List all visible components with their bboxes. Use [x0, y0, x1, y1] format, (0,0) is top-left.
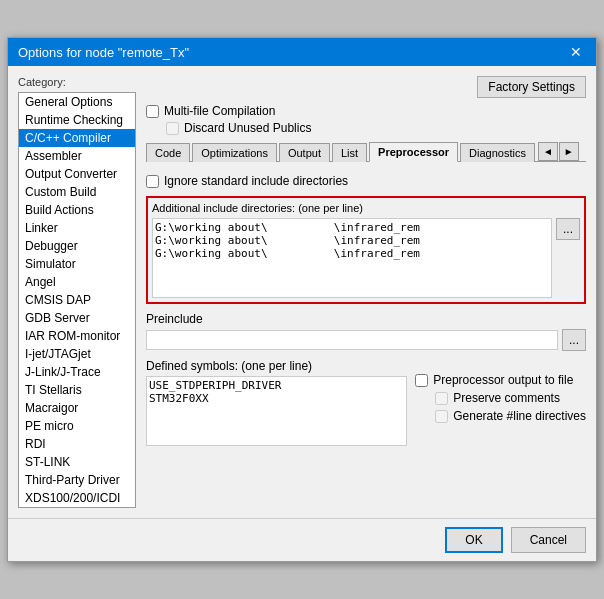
sidebar-item[interactable]: Simulator	[19, 255, 135, 273]
close-button[interactable]: ✕	[566, 44, 586, 60]
sidebar-item[interactable]: XDS100/200/ICDI	[19, 489, 135, 507]
sidebar-item[interactable]: Third-Party Driver	[19, 471, 135, 489]
preinclude-dots-button[interactable]: ...	[562, 329, 586, 351]
preserve-comments-checkbox[interactable]: Preserve comments	[435, 391, 586, 405]
panel-content: Ignore standard include directories Addi…	[146, 168, 586, 446]
sidebar-item[interactable]: Debugger	[19, 237, 135, 255]
factory-settings-button[interactable]: Factory Settings	[477, 76, 586, 98]
sidebar-item[interactable]: C/C++ Compiler	[19, 129, 135, 147]
defined-symbols-textarea[interactable]	[146, 376, 407, 446]
tabs-container: CodeOptimizationsOutputListPreprocessorD…	[146, 141, 586, 162]
cancel-button[interactable]: Cancel	[511, 527, 586, 553]
sidebar-item[interactable]: Output Converter	[19, 165, 135, 183]
discard-unused-checkbox[interactable]: Discard Unused Publics	[166, 121, 586, 135]
dirs-row: ...	[152, 218, 580, 298]
tab-output[interactable]: Output	[279, 143, 330, 162]
preinclude-section: Preinclude ...	[146, 312, 586, 351]
defined-symbols-right: Preprocessor output to file Preserve com…	[415, 359, 586, 446]
defined-symbols-label: Defined symbols: (one per line)	[146, 359, 407, 373]
sidebar-item[interactable]: Angel	[19, 273, 135, 291]
sidebar-item[interactable]: J-Link/J-Trace	[19, 363, 135, 381]
sidebar-item[interactable]: I-jet/JTAGjet	[19, 345, 135, 363]
tab-diagnostics[interactable]: Diagnostics	[460, 143, 535, 162]
defined-symbols-section: Defined symbols: (one per line) Preproce…	[146, 359, 586, 446]
tab-preprocessor[interactable]: Preprocessor	[369, 142, 458, 162]
dialog-body: Category: General OptionsRuntime Checkin…	[8, 66, 596, 518]
top-row: Factory Settings	[146, 76, 586, 98]
tab-optimizations[interactable]: Optimizations	[192, 143, 277, 162]
category-label: Category:	[18, 76, 136, 88]
tab-prev-button[interactable]: ◄	[538, 142, 558, 161]
sidebar-list: General OptionsRuntime CheckingC/C++ Com…	[18, 92, 136, 508]
check-group: Preprocessor output to file Preserve com…	[415, 373, 586, 423]
tab-code[interactable]: Code	[146, 143, 190, 162]
sidebar-item[interactable]: CMSIS DAP	[19, 291, 135, 309]
sidebar-item[interactable]: IAR ROM-monitor	[19, 327, 135, 345]
sidebar: Category: General OptionsRuntime Checkin…	[18, 76, 136, 508]
sidebar-item[interactable]: Assembler	[19, 147, 135, 165]
tab-list[interactable]: List	[332, 143, 367, 162]
sidebar-item[interactable]: TI Stellaris	[19, 381, 135, 399]
sidebar-item[interactable]: Build Actions	[19, 201, 135, 219]
sidebar-item[interactable]: RDI	[19, 435, 135, 453]
tab-next-button[interactable]: ►	[559, 142, 579, 161]
sidebar-item[interactable]: Custom Build	[19, 183, 135, 201]
top-checkboxes: Multi-file Compilation Discard Unused Pu…	[146, 104, 586, 135]
dirs-dots-button[interactable]: ...	[556, 218, 580, 240]
generate-directives-checkbox[interactable]: Generate #line directives	[435, 409, 586, 423]
sidebar-item[interactable]: General Options	[19, 93, 135, 111]
preinclude-row: ...	[146, 329, 586, 351]
sidebar-item[interactable]: Runtime Checking	[19, 111, 135, 129]
title-bar: Options for node "remote_Tx" ✕	[8, 38, 596, 66]
sidebar-item[interactable]: GDB Server	[19, 309, 135, 327]
sidebar-item[interactable]: ST-LINK	[19, 453, 135, 471]
dialog-title: Options for node "remote_Tx"	[18, 45, 189, 60]
additional-dirs-box: Additional include directories: (one per…	[146, 196, 586, 304]
main-panel: Factory Settings Multi-file Compilation …	[146, 76, 586, 508]
sidebar-item[interactable]: Macraigor	[19, 399, 135, 417]
dirs-textarea[interactable]	[152, 218, 552, 298]
multifile-compilation-checkbox[interactable]: Multi-file Compilation	[146, 104, 586, 118]
preinclude-label: Preinclude	[146, 312, 586, 326]
ignore-dirs-checkbox[interactable]: Ignore standard include directories	[146, 174, 348, 188]
defined-symbols-left: Defined symbols: (one per line)	[146, 359, 407, 446]
preinclude-input[interactable]	[146, 330, 558, 350]
sidebar-item[interactable]: Linker	[19, 219, 135, 237]
sidebar-item[interactable]: PE micro	[19, 417, 135, 435]
options-dialog: Options for node "remote_Tx" ✕ Category:…	[7, 37, 597, 562]
additional-dirs-label: Additional include directories: (one per…	[152, 202, 580, 214]
dialog-footer: OK Cancel	[8, 518, 596, 561]
ok-button[interactable]: OK	[445, 527, 502, 553]
preprocessor-output-checkbox[interactable]: Preprocessor output to file	[415, 373, 586, 387]
ignore-row: Ignore standard include directories	[146, 174, 586, 188]
